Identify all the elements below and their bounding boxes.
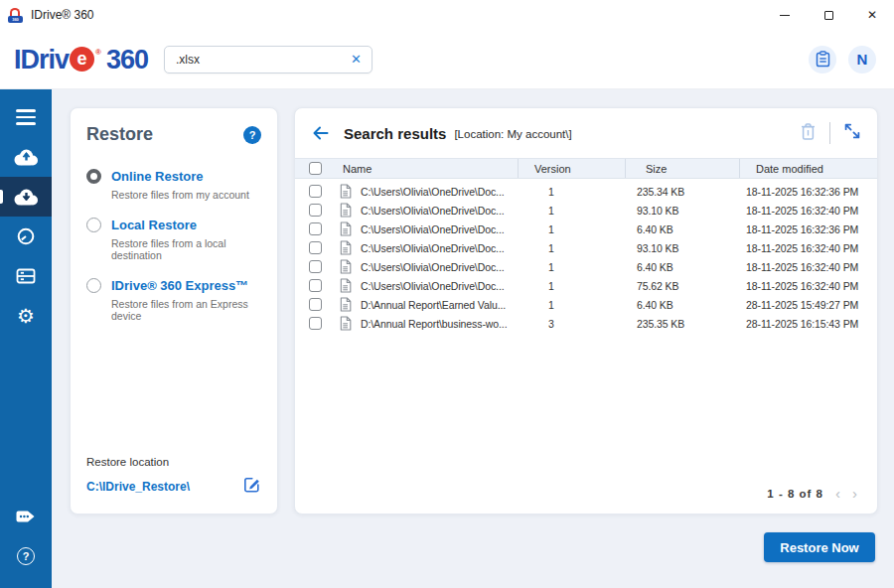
document-icon: [340, 203, 352, 218]
local-restore-radio[interactable]: [86, 218, 101, 232]
column-header-version[interactable]: Version: [518, 159, 625, 178]
restore-panel: Restore ? Online Restore Restore files f…: [70, 107, 278, 514]
results-toolbar: Search results [Location: My account\]: [295, 108, 877, 158]
restore-now-button[interactable]: Restore Now: [764, 532, 875, 562]
reports-button[interactable]: [809, 46, 836, 74]
next-page-icon[interactable]: ›: [852, 485, 857, 502]
help-icon: ?: [17, 547, 35, 565]
online-restore-description: Restore files from my account: [111, 189, 261, 201]
app-logo-icon: 360: [8, 8, 23, 23]
file-size: 235.35 KB: [625, 318, 739, 330]
activity-clock-icon: [16, 226, 36, 246]
sidebar-item-feedback[interactable]: [0, 497, 52, 536]
minimize-button[interactable]: [763, 0, 807, 30]
file-size: 93.10 KB: [625, 205, 739, 217]
row-checkbox[interactable]: [309, 204, 322, 217]
server-icon: [16, 268, 36, 284]
table-header: Name Version Size Date modified: [295, 158, 877, 179]
logo-text-right: 360: [106, 45, 148, 74]
column-header-size[interactable]: Size: [625, 159, 739, 178]
app-window: 360 IDrive® 360 ✕ IDriv e ® 360 ✕: [0, 0, 894, 588]
file-version: 1: [518, 223, 625, 235]
restore-location-label: Restore location: [86, 456, 261, 468]
file-path: C:\Users\Olivia\OneDrive\Doc...: [361, 261, 518, 273]
gear-icon: ⚙: [17, 306, 35, 326]
file-path: C:\Users\Olivia\OneDrive\Doc...: [361, 205, 518, 217]
row-checkbox[interactable]: [309, 260, 322, 273]
previous-page-icon[interactable]: ‹: [835, 485, 840, 502]
file-version: 1: [518, 261, 625, 273]
table-row[interactable]: D:\Annual Report\Earned Valu...16.40 KB2…: [295, 295, 877, 314]
expand-arrows-icon: [843, 122, 861, 140]
pagination-text: 1 - 8 of 8: [767, 488, 823, 500]
file-version: 1: [518, 186, 625, 198]
option-express-restore[interactable]: IDrive® 360 Express™ Restore files from …: [86, 278, 261, 322]
close-button[interactable]: ✕: [850, 0, 894, 30]
file-icon-cell: [335, 278, 361, 293]
sidebar: ⚙ ?: [0, 89, 52, 588]
online-restore-label: Online Restore: [111, 169, 203, 184]
local-restore-description: Restore files from a local destination: [111, 237, 261, 261]
file-path: C:\Users\Olivia\OneDrive\Doc...: [361, 242, 518, 254]
restore-panel-title: Restore: [86, 124, 153, 145]
clipboard-icon: [816, 51, 830, 68]
file-date-modified: 18-11-2025 16:32:36 PM: [739, 223, 879, 235]
table-row[interactable]: C:\Users\Olivia\OneDrive\Doc...193.10 KB…: [295, 238, 877, 257]
row-checkbox[interactable]: [309, 222, 322, 235]
table-row[interactable]: C:\Users\Olivia\OneDrive\Doc...193.10 KB…: [295, 201, 877, 220]
file-date-modified: 18-11-2025 16:32:40 PM: [739, 205, 879, 217]
local-restore-label: Local Restore: [111, 218, 197, 232]
row-checkbox[interactable]: [309, 241, 322, 254]
table-row[interactable]: C:\Users\Olivia\OneDrive\Doc...16.40 KB1…: [295, 257, 877, 276]
sidebar-item-help[interactable]: ?: [0, 536, 52, 576]
logo-text-left: IDriv: [14, 45, 69, 74]
file-path: C:\Users\Olivia\OneDrive\Doc...: [361, 186, 518, 198]
row-checkbox[interactable]: [309, 317, 322, 330]
search-box[interactable]: ✕: [164, 46, 372, 74]
restore-location-path[interactable]: C:\IDrive_Restore\: [86, 480, 190, 494]
back-arrow-icon: [311, 125, 330, 141]
file-date-modified: 28-11-2025 16:15:43 PM: [739, 318, 879, 330]
row-checkbox[interactable]: [309, 185, 322, 198]
sidebar-menu-button[interactable]: [0, 97, 52, 137]
sidebar-item-backup[interactable]: [0, 137, 52, 177]
idrive-logo: IDriv e ® 360: [14, 45, 148, 74]
option-online-restore[interactable]: Online Restore Restore files from my acc…: [86, 169, 261, 201]
back-button[interactable]: [311, 125, 330, 141]
file-path: D:\Annual Report\business-wo...: [361, 318, 518, 330]
results-location: [Location: My account\]: [454, 128, 571, 140]
sidebar-item-settings[interactable]: ⚙: [0, 296, 52, 336]
row-checkbox[interactable]: [309, 298, 322, 311]
hamburger-icon: [16, 109, 36, 125]
sidebar-item-restore[interactable]: [0, 177, 52, 217]
edit-location-button[interactable]: [242, 475, 261, 498]
user-avatar[interactable]: N: [848, 46, 876, 74]
column-header-date-modified[interactable]: Date modified: [739, 159, 879, 178]
search-input[interactable]: [165, 53, 341, 67]
table-row[interactable]: C:\Users\Olivia\OneDrive\Doc...175.62 KB…: [295, 276, 877, 295]
row-checkbox[interactable]: [309, 279, 322, 292]
option-local-restore[interactable]: Local Restore Restore files from a local…: [86, 218, 261, 261]
table-row[interactable]: C:\Users\Olivia\OneDrive\Doc...16.40 KB1…: [295, 220, 877, 238]
online-restore-radio[interactable]: [86, 169, 101, 184]
sidebar-item-devices[interactable]: [0, 256, 52, 296]
document-icon: [340, 221, 352, 236]
file-version: 1: [518, 242, 625, 254]
file-date-modified: 18-11-2025 16:32:40 PM: [739, 280, 879, 292]
table-row[interactable]: D:\Annual Report\business-wo...3235.35 K…: [295, 314, 877, 333]
table-row[interactable]: C:\Users\Olivia\OneDrive\Doc...1235.34 K…: [295, 182, 877, 201]
restore-help-icon[interactable]: ?: [243, 126, 261, 144]
maximize-button[interactable]: [807, 0, 850, 30]
search-clear-icon[interactable]: ✕: [341, 52, 372, 67]
pagination: 1 - 8 of 8 ‹ ›: [767, 485, 857, 502]
delete-button[interactable]: [800, 122, 817, 145]
file-date-modified: 18-11-2025 16:32:40 PM: [739, 261, 879, 273]
column-header-name[interactable]: Name: [335, 159, 518, 178]
expand-button[interactable]: [843, 122, 861, 144]
express-restore-radio[interactable]: [86, 278, 101, 293]
file-size: 235.34 KB: [625, 186, 739, 198]
sidebar-item-activity[interactable]: [0, 217, 52, 256]
cloud-download-icon: [12, 187, 40, 207]
file-date-modified: 28-11-2025 15:49:27 PM: [739, 299, 879, 311]
select-all-checkbox[interactable]: [309, 162, 322, 175]
